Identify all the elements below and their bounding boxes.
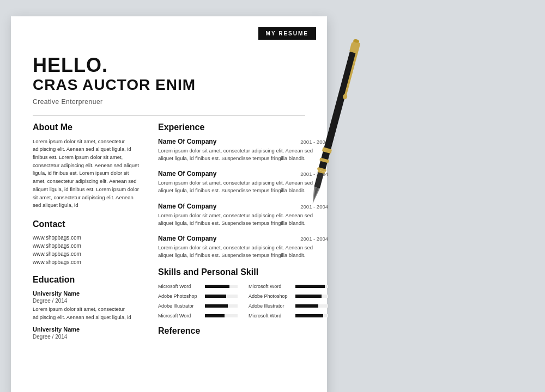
skill-bar-bg-7 <box>205 314 238 317</box>
experience-title: Experience <box>158 122 328 132</box>
skill-bar-fill-2 <box>295 285 325 288</box>
contact-link-3: www.shopbags.com <box>33 251 142 257</box>
contact-links: www.shopbags.com www.shopbags.com www.sh… <box>33 235 142 265</box>
exp-entry-3: Name Of Company 2001 - 2004 Lorem ipsum … <box>158 203 328 228</box>
skill-label-1: Microsoft Word <box>158 284 202 289</box>
skill-bar-fill-5 <box>205 304 228 308</box>
edu-entry-1: University Name Degree / 2014 Lorem ipsu… <box>33 290 142 321</box>
skill-bar-fill-4 <box>295 295 322 298</box>
skill-bar-bg-8 <box>295 314 328 317</box>
contact-link-2: www.shopbags.com <box>33 243 142 249</box>
main-columns: About Me Lorem ipsum dolor sit amet, con… <box>33 122 305 341</box>
left-column: About Me Lorem ipsum dolor sit amet, con… <box>33 122 142 341</box>
skill-label-2: Microsoft Word <box>249 284 292 289</box>
skill-label-7: Microsoft Word <box>158 313 202 318</box>
skill-bar-fill-3 <box>205 295 226 298</box>
exp-company-3: Name Of Company <box>158 203 216 210</box>
skill-bar-fill-7 <box>205 314 225 317</box>
skill-label-5: Adobe Illustrator <box>158 303 202 309</box>
skill-row-7: Microsoft Word <box>158 313 238 318</box>
svg-rect-9 <box>314 171 324 188</box>
skill-bar-bg-5 <box>205 304 238 308</box>
exp-company-1: Name Of Company <box>158 138 216 145</box>
hello-text: HELLO. <box>33 54 305 76</box>
skill-bar-fill-1 <box>205 285 229 288</box>
skill-label-3: Adobe Photoshop <box>158 293 202 299</box>
skill-row-1: Microsoft Word <box>158 284 238 289</box>
skill-row-5: Adobe Illustrator <box>158 303 238 309</box>
contact-title: Contact <box>33 219 142 229</box>
skill-row-4: Adobe Photoshop <box>249 293 328 299</box>
exp-desc-3: Lorem ipsum dolor sit amet, consectetur … <box>158 212 328 228</box>
name-block: HELLO. CRAS AUCTOR ENIM <box>33 54 305 94</box>
reference-title: Reference <box>158 326 328 336</box>
fullname-text: CRAS AUCTOR ENIM <box>33 76 305 94</box>
skills-grid: Microsoft Word Microsoft Word Adobe Phot… <box>158 284 328 318</box>
exp-header-1: Name Of Company 2001 - 2004 <box>158 138 328 145</box>
skill-bar-bg-3 <box>205 295 238 298</box>
skill-row-8: Microsoft Word <box>249 313 328 318</box>
page-wrapper: MY RESUME HELLO. CRAS AUCTOR ENIM Creati… <box>11 16 534 392</box>
contact-link-4: www.shopbags.com <box>33 259 142 265</box>
edu-entry-2: University Name Degree / 2014 <box>33 326 142 340</box>
exp-entry-4: Name Of Company 2001 - 2004 Lorem ipsum … <box>158 235 328 260</box>
about-title: About Me <box>33 122 142 132</box>
exp-date-4: 2001 - 2004 <box>300 236 328 242</box>
exp-company-2: Name Of Company <box>158 170 216 177</box>
right-column: Experience Name Of Company 2001 - 2004 L… <box>158 122 328 341</box>
edu-degree-2: Degree / 2014 <box>33 334 142 340</box>
skill-bar-fill-6 <box>295 304 318 308</box>
exp-desc-2: Lorem ipsum dolor sit amet, consectetur … <box>158 179 328 195</box>
education-title: Education <box>33 275 142 285</box>
pen-decoration <box>349 16 376 215</box>
skill-bar-bg-4 <box>295 295 328 298</box>
skill-label-4: Adobe Photoshop <box>249 293 292 299</box>
about-text: Lorem ipsum dolor sit amet, consectetur … <box>33 138 142 210</box>
skill-label-8: Microsoft Word <box>249 313 292 318</box>
exp-desc-1: Lorem ipsum dolor sit amet, consectetur … <box>158 147 328 163</box>
skills-title: Skills and Personal Skill <box>158 267 328 277</box>
header-divider <box>33 115 305 116</box>
contact-link-1: www.shopbags.com <box>33 235 142 241</box>
exp-entry-1: Name Of Company 2001 - 2004 Lorem ipsum … <box>158 138 328 163</box>
exp-header-4: Name Of Company 2001 - 2004 <box>158 235 328 242</box>
skill-bar-bg-6 <box>295 304 328 308</box>
skill-row-6: Adobe Illustrator <box>249 303 328 309</box>
professional-title: Creative Enterprenuer <box>33 98 305 106</box>
edu-degree-1: Degree / 2014 <box>33 298 142 304</box>
exp-desc-4: Lorem ipsum dolor sit amet, consectetur … <box>158 244 328 260</box>
skill-bar-bg-1 <box>205 285 238 288</box>
exp-header-2: Name Of Company 2001 - 2004 <box>158 170 328 177</box>
skill-row-3: Adobe Photoshop <box>158 293 238 299</box>
exp-company-4: Name Of Company <box>158 235 216 242</box>
exp-entry-2: Name Of Company 2001 - 2004 Lorem ipsum … <box>158 170 328 195</box>
edu-uni-2: University Name <box>33 326 142 333</box>
skill-bar-fill-8 <box>295 314 323 317</box>
resume-badge: MY RESUME <box>258 27 316 40</box>
skill-bar-bg-2 <box>295 285 328 288</box>
resume-paper: MY RESUME HELLO. CRAS AUCTOR ENIM Creati… <box>11 16 327 392</box>
skill-label-6: Adobe Illustrator <box>249 303 292 309</box>
edu-text-1: Lorem ipsum dolor sit amet, consectetur … <box>33 305 142 321</box>
edu-uni-1: University Name <box>33 290 142 297</box>
skill-row-2: Microsoft Word <box>249 284 328 289</box>
